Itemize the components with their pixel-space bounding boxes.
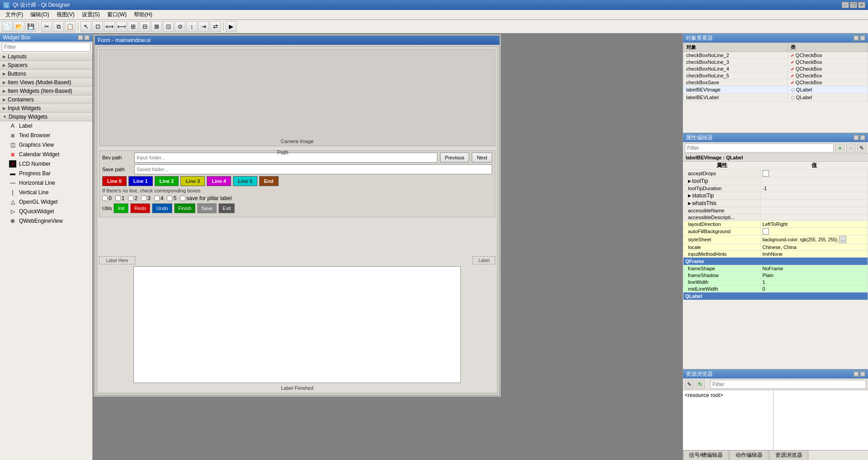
line-5-button[interactable]: Line 5: [233, 176, 257, 186]
line-2-button[interactable]: Line 2: [155, 176, 179, 186]
inspector-row-5[interactable]: labelBEVImage ◇ QLabel: [683, 86, 868, 94]
prop-value-frameshape[interactable]: NoFrame: [760, 265, 868, 272]
canvas-wrapper[interactable]: Form - mainwindow.ui Camera Image: [93, 34, 683, 460]
copy-button[interactable]: ⧉: [53, 21, 64, 32]
category-layouts[interactable]: ▶ Layouts: [0, 53, 92, 61]
property-float-btn[interactable]: ⧉: [854, 135, 859, 140]
line-1-button[interactable]: Line 1: [128, 176, 153, 186]
tab-resource-browser[interactable]: 资源浏览器: [769, 450, 808, 460]
autofill-checkbox[interactable]: [763, 228, 769, 235]
property-filter[interactable]: [685, 144, 834, 153]
prop-row-inputmethod[interactable]: inputMethodHints ImhNone: [683, 251, 868, 258]
prop-row-linewidth[interactable]: lineWidth 1: [683, 279, 868, 286]
close-button[interactable]: ✕: [858, 2, 865, 8]
tab-action-editor[interactable]: 动作编辑器: [730, 450, 768, 460]
line-4-button[interactable]: Line 4: [207, 176, 231, 186]
prop-row-whatstis[interactable]: ▶whatsThis: [683, 200, 868, 207]
cut-button[interactable]: ✂: [41, 21, 52, 32]
inspector-row-3[interactable]: checkBoxNoLine_5 ✔ QCheckBox: [683, 72, 868, 79]
inspector-row-1[interactable]: checkBoxNoLine_3 ✔ QCheckBox: [683, 59, 868, 66]
menu-edit[interactable]: 编辑(O): [27, 10, 52, 19]
prop-row-acceptdrops[interactable]: acceptDrops: [683, 170, 868, 177]
widget-item-qquick[interactable]: ▷ QQuickWidget: [0, 207, 92, 216]
prop-row-frameshape[interactable]: frameShape NoFrame: [683, 265, 868, 272]
resource-filter[interactable]: [710, 380, 866, 389]
resource-close-btn[interactable]: ✕: [860, 371, 865, 377]
prop-value-locale[interactable]: Chinese, China: [760, 244, 868, 251]
category-display-widgets[interactable]: ▼ Display Widgets: [0, 113, 92, 121]
prop-value-acceptdrops[interactable]: [760, 170, 868, 177]
finish-button[interactable]: Finish: [174, 203, 195, 213]
resource-float-btn[interactable]: ⧉: [854, 371, 859, 377]
adjust-size-button[interactable]: ↕: [186, 21, 197, 32]
prop-value-autofill[interactable]: [760, 228, 868, 235]
prop-row-autofill[interactable]: autoFillBackground: [683, 228, 868, 235]
prop-row-statustip[interactable]: ▶statusTip: [683, 192, 868, 200]
redo-button[interactable]: Redo: [130, 203, 150, 213]
checkbox-3[interactable]: [141, 196, 147, 201]
stylesheet-edit-btn[interactable]: …: [839, 236, 846, 243]
undo-button[interactable]: Undo: [152, 203, 172, 213]
add-dynamic-prop-btn[interactable]: +: [835, 144, 844, 153]
restore-button[interactable]: ❐: [850, 2, 857, 8]
checkbox-5[interactable]: [167, 196, 172, 201]
menu-settings[interactable]: 设置(S): [78, 10, 104, 19]
widget-box-close-button[interactable]: ✕: [84, 35, 90, 40]
prop-value-stylesheet[interactable]: background-color: rgb(255, 255, 255); …: [760, 235, 868, 244]
next-button[interactable]: Next: [472, 153, 492, 163]
layout-v-button[interactable]: ⟻: [116, 21, 127, 32]
preview-button[interactable]: ▶: [226, 21, 237, 32]
select-button[interactable]: ↖: [81, 21, 91, 32]
buddies-button[interactable]: ⇄: [210, 21, 221, 32]
inspector-row-4[interactable]: checkBoxSave ✔ QCheckBox: [683, 79, 868, 86]
prop-value-linewidth[interactable]: 1: [760, 279, 868, 286]
inspector-row-2[interactable]: checkBoxNoLine_4 ✔ QCheckBox: [683, 66, 868, 72]
category-item-views[interactable]: ▶ Item Views (Model-Based): [0, 78, 92, 87]
widget-box-float-button[interactable]: ⧉: [78, 35, 83, 40]
category-containers[interactable]: ▶ Containers: [0, 96, 92, 104]
minimize-button[interactable]: ─: [842, 2, 849, 8]
init-button[interactable]: Init: [114, 203, 128, 213]
resource-refresh-btn[interactable]: ↻: [696, 380, 705, 389]
widget-item-v-line[interactable]: | Vertical Line: [0, 188, 92, 197]
prop-row-accessibledesc[interactable]: accessibleDescripti...: [683, 214, 868, 221]
prev-button[interactable]: Previous: [440, 153, 470, 163]
checkbox-4[interactable]: [154, 196, 160, 201]
widget-item-calendar[interactable]: ▦ Calendar Widget: [0, 150, 92, 159]
prop-value-layoutdir[interactable]: LeftToRight: [760, 221, 868, 228]
widget-item-opengl[interactable]: △ OpenGL Widget: [0, 197, 92, 207]
category-spacers[interactable]: ▶ Spacers: [0, 61, 92, 70]
checkbox-pillar[interactable]: [180, 196, 185, 201]
widget-item-text-browser[interactable]: ⊞ Text Browser: [0, 131, 92, 140]
widget-button[interactable]: ⊡: [92, 21, 103, 32]
open-button[interactable]: 📂: [14, 21, 24, 32]
save-util-button[interactable]: Save: [197, 203, 217, 213]
paste-button[interactable]: 📋: [65, 21, 76, 32]
layout-splitter-v-button[interactable]: ⊡: [163, 21, 174, 32]
prop-row-tooltipduration[interactable]: toolTipDuration -1: [683, 185, 868, 192]
prop-value-midlinewidth[interactable]: 0: [760, 286, 868, 292]
menu-file[interactable]: 文件(F): [2, 10, 27, 19]
end-button[interactable]: End: [259, 176, 279, 186]
tab-order-button[interactable]: ⇥: [198, 21, 209, 32]
prop-row-stylesheet[interactable]: styleSheet background-color: rgb(255, 25…: [683, 235, 868, 244]
prop-row-accessiblename[interactable]: accessibleName: [683, 207, 868, 214]
prop-row-locale[interactable]: locale Chinese, China: [683, 244, 868, 251]
menu-view[interactable]: 视图(V): [53, 10, 78, 19]
prop-value-inputmethod[interactable]: ImhNone: [760, 251, 868, 258]
layout-splitter-h-button[interactable]: ⊠: [151, 21, 162, 32]
menu-window[interactable]: 窗口(W): [104, 10, 130, 19]
widget-item-h-line[interactable]: — Horizontal Line: [0, 178, 92, 188]
widget-item-label[interactable]: A Label: [0, 121, 92, 131]
prop-value-frameshadow[interactable]: Plain: [760, 272, 868, 279]
checkbox-1[interactable]: [115, 196, 121, 201]
prop-row-midlinewidth[interactable]: midLineWidth 0: [683, 286, 868, 292]
property-close-btn[interactable]: ✕: [860, 135, 865, 140]
edit-canvas[interactable]: [133, 266, 461, 383]
inspector-row-6[interactable]: labelBEVLabel ◇ QLabel: [683, 94, 868, 101]
prop-row-frameshadow[interactable]: frameShadow Plain: [683, 272, 868, 279]
layout-form-button[interactable]: ⊟: [139, 21, 150, 32]
category-input-widgets[interactable]: ▶ Input Widgets: [0, 104, 92, 113]
inspector-float-btn[interactable]: ⧉: [854, 35, 859, 41]
widget-item-webengine[interactable]: ⊕ QWebEngineView: [0, 216, 92, 226]
